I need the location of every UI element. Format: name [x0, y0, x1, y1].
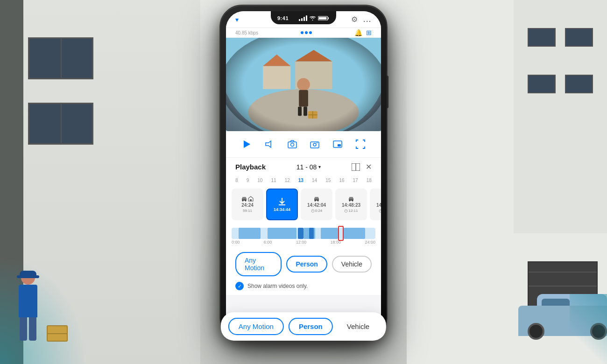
svg-point-43 — [349, 200, 351, 202]
events-strip: 24:24 59:11 14:34:44 — [226, 185, 381, 224]
gear-icon[interactable]: ⚙ — [351, 15, 358, 24]
tl-label-12: 12:00 — [296, 240, 307, 245]
fullscreen-button[interactable] — [353, 137, 368, 152]
control-bar — [226, 131, 381, 158]
svg-point-23 — [317, 142, 318, 143]
back-chevron-icon[interactable]: ▾ — [235, 16, 239, 23]
vehicle-chip[interactable]: Vehicle — [332, 256, 372, 273]
playback-date-section[interactable]: 11 - 08 ▾ — [296, 163, 321, 171]
hour-10: 10 — [257, 178, 262, 183]
play-icon — [242, 140, 251, 149]
event-card-3[interactable]: 14:42:04 0:24 — [301, 189, 332, 220]
clock-icon-5 — [379, 209, 381, 213]
hour-9: 9 — [247, 178, 249, 183]
status-dots — [301, 31, 312, 34]
home-icon — [248, 196, 254, 202]
grid-icon[interactable]: ⊞ — [366, 29, 372, 36]
teal-overlay-right — [570, 294, 607, 364]
camera-feed[interactable] — [226, 38, 381, 131]
clock-icon-3 — [311, 209, 315, 213]
event-5-dur: 12:11 — [379, 209, 381, 213]
hour-15: 15 — [325, 178, 331, 183]
timeline-bar[interactable] — [232, 228, 375, 239]
hour-11: 11 — [271, 178, 276, 183]
window-bottom-left — [28, 103, 93, 145]
popup-person-chip[interactable]: Person — [289, 318, 333, 335]
event-4-dur: 12:11 — [344, 209, 358, 213]
alarm-icon[interactable]: 🔔 — [354, 29, 362, 36]
right-window-4 — [565, 75, 593, 93]
status-time: 9:41 — [277, 15, 289, 21]
right-window-1 — [528, 28, 556, 47]
phone-outer-shell: 9:41 — [219, 5, 388, 341]
bg-left-panel — [0, 0, 200, 364]
event-1-time: 24:24 — [241, 203, 254, 208]
popup-any-motion-chip[interactable]: Any Motion — [228, 318, 284, 335]
svg-point-16 — [226, 38, 381, 131]
status-icons — [299, 15, 330, 21]
svg-rect-36 — [315, 197, 318, 199]
volume-icon — [265, 140, 274, 149]
svg-point-22 — [313, 143, 316, 146]
tl-seg-1 — [239, 228, 260, 239]
svg-point-38 — [318, 200, 319, 202]
snapshot-button[interactable] — [307, 137, 322, 152]
svg-rect-21 — [311, 142, 319, 148]
event-card-5[interactable]: 14:48:23 12:11 — [370, 189, 381, 220]
playback-label: Playback — [235, 163, 266, 171]
battery-icon — [318, 15, 330, 21]
volume-button[interactable] — [262, 137, 277, 152]
event-4-car-icon — [348, 196, 354, 202]
close-icon[interactable]: ✕ — [366, 162, 372, 171]
progress-timeline[interactable]: 0:00 6:00 12:00 18:00 24:00 — [226, 224, 381, 247]
timeline-labels: 0:00 6:00 12:00 18:00 24:00 — [232, 239, 375, 245]
dot-2 — [305, 31, 308, 34]
popup-vehicle-chip[interactable]: Vehicle — [338, 319, 379, 334]
show-alarm-bar: ✓ Show alarm videos only. — [226, 280, 381, 295]
camera-svg — [226, 38, 381, 131]
svg-point-20 — [290, 143, 294, 147]
tl-label-24: 24:00 — [365, 240, 375, 245]
any-motion-chip[interactable]: Any Motion — [235, 252, 282, 276]
svg-rect-29 — [242, 197, 246, 199]
event-card-2-active[interactable]: 14:34:44 — [266, 189, 298, 220]
playback-header: Playback 11 - 08 ▾ ✕ — [226, 158, 381, 176]
person-leg-left — [20, 317, 27, 341]
tl-seg-5 — [344, 228, 365, 239]
snapshot-icon — [310, 140, 319, 149]
dot-3 — [309, 31, 312, 34]
svg-rect-25 — [338, 144, 341, 147]
play-button[interactable] — [239, 137, 254, 152]
timeline-indicator — [338, 226, 344, 241]
person-cap — [20, 271, 36, 278]
hour-8: 8 — [235, 178, 238, 183]
tl-label-6: 6:00 — [264, 240, 272, 245]
tl-seg-dark-2 — [309, 228, 313, 239]
date-chevron-icon: ▾ — [318, 164, 321, 169]
event-1-icons — [241, 196, 254, 202]
more-menu-icon[interactable]: ... — [363, 16, 372, 23]
alarm-checkbox[interactable]: ✓ — [235, 282, 244, 290]
svg-marker-17 — [244, 140, 250, 148]
camera-button[interactable] — [285, 137, 300, 152]
event-1-subtime: 59:11 — [243, 209, 252, 213]
hour-12: 12 — [285, 178, 290, 183]
show-alarm-label: Show alarm videos only. — [247, 283, 308, 289]
layout-switch-icon[interactable] — [352, 163, 360, 171]
pip-button[interactable] — [330, 137, 345, 152]
tl-seg-dark-1 — [298, 228, 304, 239]
svg-point-44 — [352, 200, 353, 202]
wifi-icon — [309, 16, 316, 21]
svg-rect-33 — [250, 199, 252, 201]
clock-icon-4 — [344, 209, 348, 213]
right-building — [514, 0, 607, 233]
person-chip[interactable]: Person — [286, 256, 327, 273]
svg-point-30 — [242, 200, 244, 202]
event-card-1[interactable]: 24:24 59:11 — [232, 189, 263, 220]
person-body — [19, 285, 37, 317]
event-3-time: 14:42:04 — [307, 203, 326, 208]
car-wheel-left — [528, 323, 544, 340]
phone: 9:41 — [219, 5, 388, 341]
event-card-4[interactable]: 14:48:23 12:11 — [335, 189, 367, 220]
tl-label-0: 0:00 — [232, 240, 240, 245]
